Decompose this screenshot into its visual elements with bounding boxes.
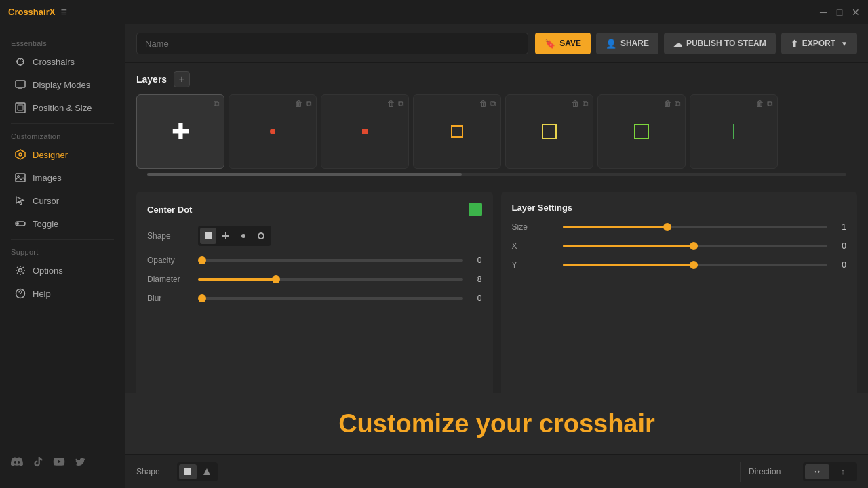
save-button[interactable]: 🔖 SAVE [535,33,591,54]
size-thumb[interactable] [663,223,671,231]
toggle-icon [15,218,26,229]
y-fill [563,264,695,266]
app-title-accent: X [50,7,56,17]
youtube-icon[interactable] [53,455,65,470]
toggle-label: Toggle [33,219,58,229]
x-thumb[interactable] [690,242,698,250]
y-thumb[interactable] [690,261,698,269]
layer-card-add[interactable]: ⧉ ✚ [136,94,224,169]
sidebar-divider-2 [11,239,114,240]
name-input[interactable] [145,39,519,49]
center-dot-color[interactable] [469,203,482,216]
y-slider[interactable] [563,264,828,266]
layer-6-copy-icon[interactable]: ⧉ [767,99,773,108]
help-icon [15,288,26,299]
x-label: X [512,241,563,251]
blur-slider[interactable] [198,297,463,300]
y-value: 0 [833,260,846,270]
cursor-label: Cursor [33,196,59,206]
tiktok-icon[interactable] [33,456,43,470]
shape-option-dot[interactable] [235,228,252,244]
discord-icon[interactable] [11,455,23,470]
twitter-icon[interactable] [75,456,85,470]
size-control: 1 [563,222,847,232]
bottom-tri-icon [203,468,210,475]
publish-button[interactable]: ☁ PUBLISH TO STEAM [664,33,776,54]
dir-vertical[interactable]: ↕ [831,464,855,479]
opacity-slider[interactable] [198,259,463,262]
sidebar-item-cursor[interactable]: Cursor [4,190,121,211]
layer-card-2[interactable]: 🗑 ⧉ [321,94,409,169]
layers-grid: ⧉ ✚ 🗑 ⧉ 🗑 ⧉ [136,94,857,169]
layer-card-4[interactable]: 🗑 ⧉ [505,94,593,169]
size-slider[interactable] [563,226,828,228]
layer-4-copy-icon[interactable]: ⧉ [583,99,589,108]
layer-card-5[interactable]: 🗑 ⧉ [597,94,686,169]
bottom-sq-icon [184,468,191,475]
share-button[interactable]: 👤 SHARE [596,33,658,54]
x-slider[interactable] [563,245,828,247]
x-fill [563,245,695,247]
sidebar-item-options[interactable]: Options [4,260,121,281]
app-title-text: Crosshair [8,7,50,17]
layer-1-delete-icon[interactable]: 🗑 [295,99,303,108]
minimize-button[interactable]: ─ [819,8,827,16]
menu-icon[interactable]: ≡ [60,6,66,18]
sidebar-item-crosshairs[interactable]: Crosshairs [4,51,121,73]
cursor-icon [15,195,26,206]
app-title: CrosshairX [8,7,55,17]
layer-add-icon: ✚ [172,119,190,144]
sidebar-item-images[interactable]: Images [4,167,121,188]
blur-label: Blur [147,293,198,303]
layer-4-delete-icon[interactable]: 🗑 [572,99,580,108]
maximize-button[interactable]: □ [835,8,844,16]
bottom-shape-selector [177,462,218,481]
publish-icon: ☁ [673,39,682,49]
size-value: 1 [833,222,846,232]
publish-label: PUBLISH TO STEAM [686,39,766,48]
options-icon [15,265,26,276]
shape-option-circle[interactable] [253,228,269,244]
diameter-slider[interactable] [198,278,463,281]
name-input-container[interactable] [136,33,528,54]
designer-icon [15,149,26,160]
opacity-thumb[interactable] [198,256,206,264]
dir-horizontal[interactable]: ↔ [805,464,829,479]
layer-6-delete-icon[interactable]: 🗑 [756,99,764,108]
close-button[interactable]: ✕ [852,8,860,16]
diameter-thumb[interactable] [272,275,280,283]
sidebar-item-position-size[interactable]: Position & Size [4,97,121,119]
shape-option-square[interactable] [200,228,216,244]
shape-option-cross[interactable] [218,228,234,244]
export-dropdown-icon[interactable]: ▼ [841,40,848,47]
designer-label: Designer [33,150,68,160]
sidebar-item-designer[interactable]: Designer [4,144,121,165]
layer-card-3[interactable]: 🗑 ⧉ [413,94,501,169]
support-section-label: Support [0,244,125,259]
bottom-shape-tri[interactable] [198,464,216,479]
sidebar-item-display-modes[interactable]: Display Modes [4,74,121,96]
opacity-control: 0 [198,256,482,265]
bottom-shape-sq[interactable] [179,464,197,479]
layer-1-copy-icon[interactable]: ⧉ [306,99,312,108]
export-button[interactable]: ⬆ EXPORT ▼ [781,33,857,54]
layer-5-delete-icon[interactable]: 🗑 [664,99,672,108]
layer-3-delete-icon[interactable]: 🗑 [479,99,488,108]
crosshairs-label: Crosshairs [33,57,75,67]
size-label: Size [512,222,563,232]
blur-thumb[interactable] [198,294,206,302]
layer-0-copy-icon[interactable]: ⧉ [214,99,220,108]
layers-add-button[interactable]: + [174,71,190,87]
layer-2-copy-icon[interactable]: ⧉ [398,99,404,108]
sidebar-item-help[interactable]: Help [4,283,121,304]
layers-scrollbar[interactable] [147,173,846,176]
layer-card-6[interactable]: 🗑 ⧉ [690,94,778,169]
layer-5-copy-icon[interactable]: ⧉ [675,99,681,108]
layer-4-actions: 🗑 ⧉ [572,99,589,108]
dot-shape-icon [241,234,245,238]
options-label: Options [33,266,63,276]
layer-card-1[interactable]: 🗑 ⧉ [229,94,317,169]
layer-3-copy-icon[interactable]: ⧉ [490,99,496,108]
layer-2-delete-icon[interactable]: 🗑 [387,99,395,108]
sidebar-item-toggle[interactable]: Toggle [4,213,121,235]
